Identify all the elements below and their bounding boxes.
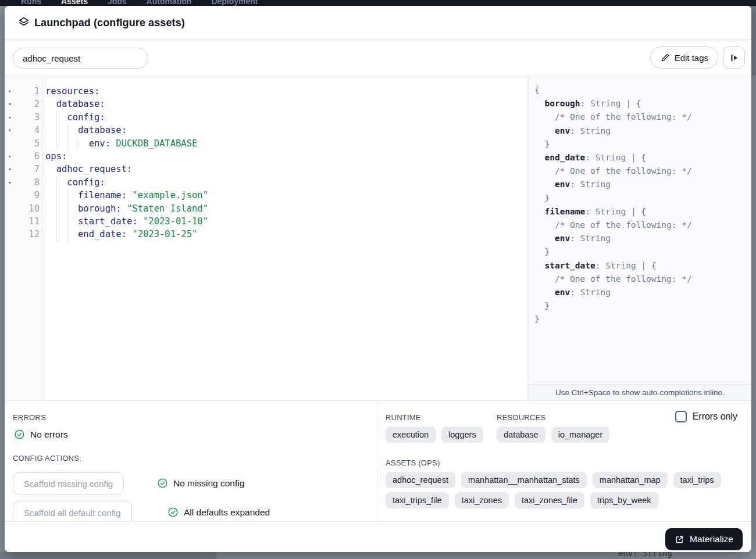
editor-line[interactable]: ▾8 config:	[5, 176, 527, 189]
runtime-chip-loggers[interactable]: loggers	[441, 427, 483, 443]
schema-line: env: String	[534, 286, 751, 299]
assets-ops-section-label: ASSETS (OPS)	[386, 458, 440, 467]
editor-line[interactable]: ▾6ops:	[5, 150, 527, 163]
scaffold-all-default-config-button[interactable]: Scaffold all default config	[13, 501, 132, 521]
nav-item-automation[interactable]: Automation	[147, 0, 192, 6]
nav-item-jobs[interactable]: Jobs	[108, 0, 127, 6]
run-config-sections-panel: RUNTIME executionloggers RESOURCES datab…	[378, 401, 751, 521]
code-text: env: DUCKDB_DATABASE	[45, 137, 197, 150]
modal-footer: Materialize	[5, 521, 751, 552]
no-missing-config-status: No missing config	[157, 478, 244, 489]
config-actions-label: CONFIG ACTIONS:	[13, 454, 81, 463]
materialize-button[interactable]: Materialize	[665, 528, 743, 550]
indent-guide	[56, 202, 57, 215]
editor-line[interactable]: 10 borough: "Staten Island"	[5, 202, 527, 215]
schema-line: end_date: String | {	[534, 151, 751, 164]
line-number: 3	[13, 111, 40, 124]
layers-icon	[17, 16, 30, 29]
editor-line[interactable]: ▾4 database:	[5, 124, 527, 137]
editor-line[interactable]: 11 start_date: "2023-01-10"	[5, 215, 527, 228]
panel-collapse-right-icon	[729, 52, 740, 63]
page-title: Launchpad (configure assets)	[34, 6, 185, 40]
no-errors-status: No errors	[14, 429, 68, 440]
line-number: 6	[13, 150, 40, 163]
asset-chip-taxi_trips_file[interactable]: taxi_trips_file	[386, 492, 449, 508]
scaffold-missing-config-button[interactable]: Scaffold missing config	[13, 472, 124, 494]
schema-code: { borough: String | { /* One of the foll…	[529, 77, 751, 384]
editor-line[interactable]: 5 env: DUCKDB_DATABASE	[5, 137, 527, 150]
asset-chip-taxi_trips[interactable]: taxi_trips	[673, 472, 721, 488]
schema-line: }	[534, 192, 751, 205]
line-number: 5	[13, 137, 40, 150]
code-text: database:	[45, 124, 127, 137]
indent-guide	[67, 189, 67, 202]
code-text: resources:	[45, 85, 99, 98]
tag-input[interactable]	[13, 48, 148, 69]
yaml-config-editor[interactable]: ▾1resources:▾2 database:▾3 config:▾4 dat…	[5, 77, 527, 400]
indent-guide	[56, 228, 57, 241]
indent-guide	[56, 189, 57, 202]
asset-chip-manhattan__manhattan_stats[interactable]: manhattan__manhattan_stats	[461, 472, 587, 488]
edit-tags-button[interactable]: Edit tags	[650, 46, 718, 69]
line-number: 8	[13, 176, 40, 189]
errors-panel: ERRORS No errors CONFIG ACTIONS: Scaffol…	[5, 401, 377, 521]
check-circle-icon	[157, 478, 168, 489]
config-split: ▾1resources:▾2 database:▾3 config:▾4 dat…	[5, 77, 751, 400]
line-number: 12	[13, 228, 40, 241]
nav-item-deployment[interactable]: Deployment	[211, 0, 258, 6]
code-text: end_date: "2023-01-25"	[45, 228, 197, 241]
code-text: ops:	[45, 150, 67, 163]
code-text: adhoc_request:	[45, 163, 132, 175]
editor-line[interactable]: 12 end_date: "2023-01-25"	[5, 228, 527, 241]
runtime-section-label: RUNTIME	[386, 413, 421, 422]
check-circle-icon	[167, 507, 179, 518]
asset-chip-trips_by_week[interactable]: trips_by_week	[590, 492, 658, 508]
code-text: borough: "Staten Island"	[45, 202, 208, 215]
indent-guide	[67, 137, 67, 150]
runtime-chip-execution[interactable]: execution	[386, 427, 436, 443]
background-sidebar-strip	[0, 552, 216, 559]
code-text: config:	[45, 176, 105, 189]
schema-line: env: String	[534, 232, 751, 245]
bottom-panels: ERRORS No errors CONFIG ACTIONS: Scaffol…	[5, 400, 751, 521]
asset-chip-taxi_zones_file[interactable]: taxi_zones_file	[515, 492, 584, 508]
background-right-strip	[751, 6, 756, 76]
resource-chip-database[interactable]: database	[497, 427, 545, 443]
schema-line: {	[534, 84, 751, 97]
modal-header: Launchpad (configure assets)	[5, 6, 751, 40]
code-text: database:	[45, 98, 105, 110]
code-text: filename: "example.json"	[45, 189, 208, 202]
asset-chip-taxi_zones[interactable]: taxi_zones	[455, 492, 509, 508]
line-number: 2	[13, 98, 40, 110]
nav-item-assets[interactable]: Assets	[61, 0, 88, 6]
indent-guide	[67, 215, 67, 228]
schema-line: /* One of the following: */	[534, 110, 751, 124]
errors-only-toggle[interactable]: Errors only	[675, 411, 737, 422]
indent-guide	[78, 137, 79, 150]
indent-guide	[56, 124, 57, 137]
editor-line[interactable]: ▾7 adhoc_request:	[5, 163, 527, 175]
asset-chip-manhattan_map[interactable]: manhattan_map	[593, 472, 668, 488]
editor-line[interactable]: 9 filename: "example.json"	[5, 189, 527, 202]
schema-line: env: String	[534, 124, 751, 138]
errors-only-label: Errors only	[693, 411, 737, 422]
collapse-panel-button[interactable]	[723, 46, 745, 69]
editor-line[interactable]: ▾3 config:	[5, 111, 527, 124]
indent-guide	[56, 176, 57, 189]
schema-line: /* One of the following: */	[534, 218, 751, 232]
config-schema-panel: { borough: String | { /* One of the foll…	[527, 77, 751, 400]
autocomplete-hint: Use Ctrl+Space to show auto-completions …	[529, 384, 751, 400]
tags-bar: Edit tags	[5, 40, 751, 76]
launch-icon	[675, 535, 684, 544]
indent-guide	[56, 137, 57, 150]
asset-chip-adhoc_request[interactable]: adhoc_request	[386, 472, 455, 488]
line-number: 9	[13, 189, 40, 202]
all-defaults-expanded-status: All defaults expanded	[167, 507, 270, 518]
editor-line[interactable]: ▾1resources:	[5, 85, 527, 98]
nav-item-runs[interactable]: Runs	[21, 0, 41, 6]
editor-line[interactable]: ▾2 database:	[5, 98, 527, 110]
indent-guide	[67, 202, 67, 215]
errors-only-checkbox[interactable]	[675, 411, 687, 422]
resource-chip-io_manager[interactable]: io_manager	[551, 427, 610, 443]
line-number: 7	[13, 163, 40, 175]
